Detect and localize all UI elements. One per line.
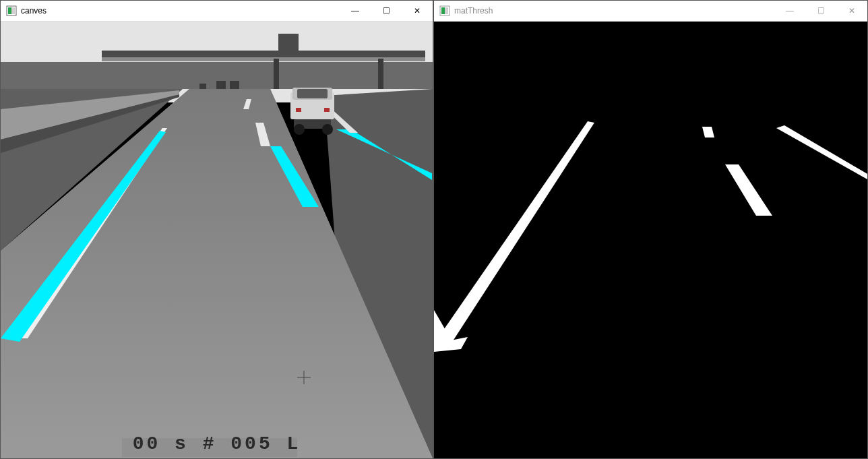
- svg-rect-28: [297, 89, 328, 98]
- threshold-view: [434, 22, 867, 458]
- minimize-button[interactable]: —: [340, 1, 371, 21]
- svg-rect-32: [296, 108, 301, 112]
- svg-point-30: [294, 124, 305, 135]
- app-icon: [439, 5, 450, 16]
- svg-rect-8: [378, 59, 383, 89]
- maximize-button[interactable]: ☐: [371, 1, 402, 21]
- svg-rect-5: [102, 51, 425, 57]
- svg-rect-39: [445, 7, 448, 14]
- window-title: matThresh: [454, 6, 774, 16]
- svg-rect-23: [199, 84, 206, 89]
- svg-rect-38: [441, 7, 445, 14]
- minimize-button[interactable]: —: [774, 1, 805, 21]
- window-title: canves: [21, 6, 340, 16]
- window-controls: — ☐ ✕: [340, 1, 433, 21]
- svg-rect-33: [324, 108, 330, 112]
- close-button[interactable]: ✕: [402, 1, 433, 21]
- window-matthresh: matThresh — ☐ ✕: [433, 0, 868, 459]
- titlebar-matthresh[interactable]: matThresh — ☐ ✕: [434, 1, 867, 22]
- window-canves: canves — ☐ ✕: [0, 0, 433, 459]
- svg-rect-6: [102, 57, 425, 61]
- close-button[interactable]: ✕: [836, 1, 867, 21]
- titlebar-canves[interactable]: canves — ☐ ✕: [1, 1, 433, 22]
- window-controls: — ☐ ✕: [774, 1, 867, 21]
- svg-rect-7: [274, 59, 279, 89]
- maximize-button[interactable]: ☐: [805, 1, 836, 21]
- app-icon: [6, 5, 17, 16]
- svg-rect-40: [434, 22, 867, 458]
- svg-rect-2: [11, 7, 15, 14]
- svg-point-31: [322, 124, 333, 135]
- svg-rect-24: [216, 81, 226, 89]
- svg-rect-25: [230, 81, 239, 89]
- svg-rect-1: [8, 7, 11, 14]
- frame-info-text: 00 s # 005 L: [133, 433, 301, 454]
- canvas-view: 00 s # 005 L: [1, 22, 433, 458]
- vehicle-foreground: [290, 88, 334, 135]
- svg-rect-9: [278, 34, 299, 51]
